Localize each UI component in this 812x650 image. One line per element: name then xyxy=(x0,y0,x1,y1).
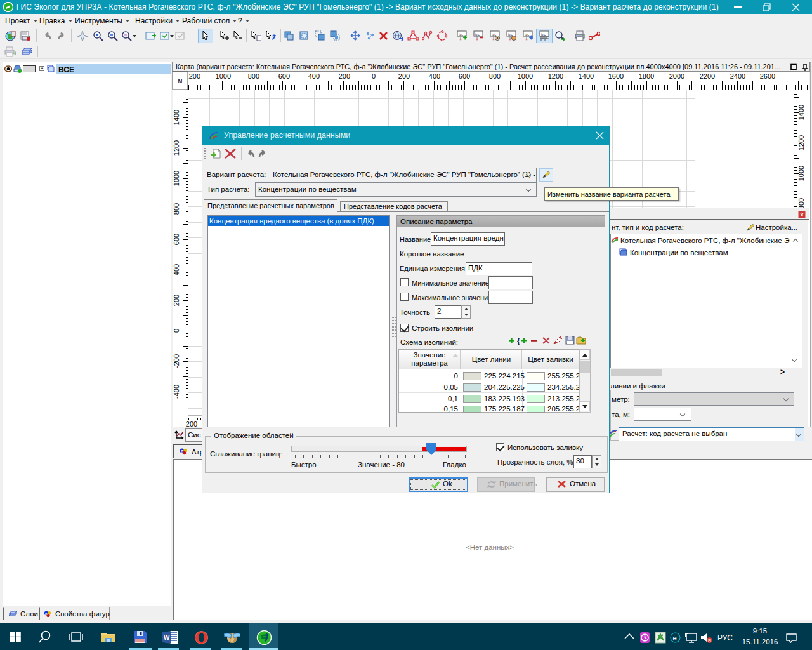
svg-text:м: м xyxy=(178,77,183,84)
svg-text:izc: izc xyxy=(508,32,513,36)
svg-text:{: { xyxy=(517,336,520,345)
svg-text:2600: 2600 xyxy=(760,72,775,80)
svg-text:izc: izc xyxy=(525,32,529,36)
svg-text:2400: 2400 xyxy=(730,72,745,80)
svg-text:2200: 2200 xyxy=(700,72,715,80)
svg-text:1200: 1200 xyxy=(548,72,563,80)
svg-text:-600: -600 xyxy=(276,72,290,80)
svg-text:-400: -400 xyxy=(306,72,320,80)
svg-text:400: 400 xyxy=(173,264,180,275)
svg-text:-200: -200 xyxy=(173,354,180,368)
svg-text:1400: 1400 xyxy=(797,105,805,120)
svg-text:200: 200 xyxy=(186,420,197,428)
svg-text:0: 0 xyxy=(173,329,180,333)
svg-text:-400: -400 xyxy=(173,385,180,399)
svg-text:-200: -200 xyxy=(336,72,350,80)
svg-text:2000: 2000 xyxy=(669,72,684,80)
svg-text:1200: 1200 xyxy=(797,135,805,150)
svg-text:400: 400 xyxy=(429,72,440,80)
svg-text:n: n xyxy=(181,449,183,453)
svg-text:800: 800 xyxy=(173,203,180,215)
svg-text:600: 600 xyxy=(173,234,180,245)
svg-text:200: 200 xyxy=(173,295,180,306)
svg-text:izc: izc xyxy=(475,32,480,36)
svg-text:1000: 1000 xyxy=(173,171,180,186)
svg-text:n: n xyxy=(45,612,48,616)
svg-text:1000: 1000 xyxy=(797,166,805,181)
svg-text:200: 200 xyxy=(398,72,410,80)
svg-text:600: 600 xyxy=(459,72,470,80)
svg-text:1200: 1200 xyxy=(173,140,180,156)
svg-text:-1000: -1000 xyxy=(213,72,231,80)
svg-text:1800: 1800 xyxy=(639,72,654,80)
svg-text:e: e xyxy=(673,634,677,642)
svg-text:1400: 1400 xyxy=(579,72,594,80)
svg-text:800: 800 xyxy=(489,72,501,80)
svg-text:Карта (вариант расчета: Котель: Карта (вариант расчета: Котельная Рогаче… xyxy=(176,63,780,70)
svg-text:0: 0 xyxy=(372,72,376,80)
svg-text:1400: 1400 xyxy=(173,110,180,125)
svg-text:-800: -800 xyxy=(246,72,259,80)
svg-text:izc: izc xyxy=(492,32,496,36)
svg-text:izc: izc xyxy=(459,32,463,36)
svg-text:1600: 1600 xyxy=(608,72,624,80)
svg-text:izc: izc xyxy=(541,32,546,36)
svg-text:W: W xyxy=(164,634,170,641)
svg-text:1000: 1000 xyxy=(518,72,533,80)
